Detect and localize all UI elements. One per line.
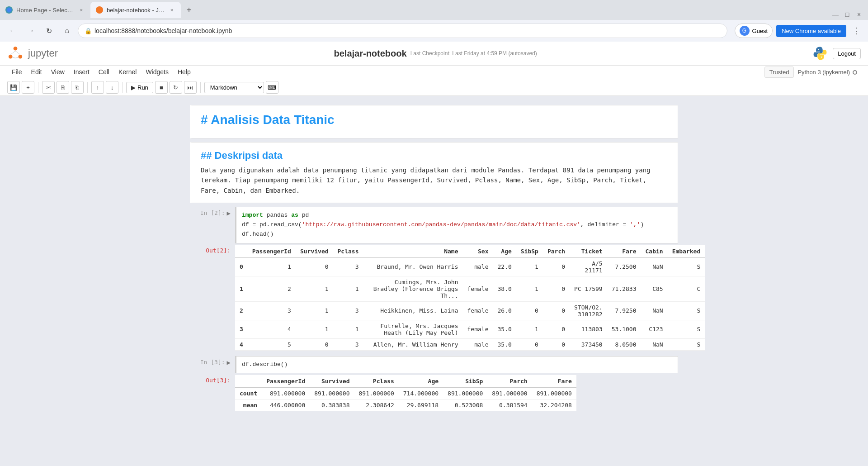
menu-view[interactable]: View [47,67,69,78]
home-button[interactable]: ⌂ [60,24,74,38]
table-cell-pclass: 3 [333,257,363,276]
back-button[interactable]: ← [5,24,20,38]
toolbar: 💾 + ✂ ⎘ ⎗ ↑ ↓ ▶ Run ■ ↻ ⏭ Markdown Code … [0,79,868,96]
tab-jupyter[interactable]: belajar-notebook - Jupyter Not... × [90,2,181,18]
table-cell-age: 38.0 [493,276,516,301]
tab-home[interactable]: Home Page - Select or create a... × [0,2,90,18]
kernel-status-circle [853,70,857,75]
toolbar-separator-1 [38,82,38,93]
checkpoint-text: Last Checkpoint: Last Friday at 4:59 PM … [410,50,537,57]
stop-button[interactable]: ■ [155,81,168,94]
keyboard-shortcuts-button[interactable]: ⌨ [266,81,278,94]
desc-col-header-age: Age [399,375,443,388]
tab-jupyter-close[interactable]: × [168,6,175,14]
cell-container: # Analisis Data Titanic ## Deskripsi dat… [190,105,678,417]
maximize-button[interactable]: □ [842,9,853,20]
kernel-status: Python 3 (ipykernel) [794,67,861,78]
reload-button[interactable]: ↻ [42,24,56,38]
new-chrome-button[interactable]: New Chrome available [776,25,846,37]
move-up-button[interactable]: ↑ [91,81,104,94]
col-header-sex: Sex [463,245,493,258]
table-row: 3411Futrelle, Mrs. Jacques Heath (Lily M… [235,320,705,338]
add-cell-button[interactable]: + [22,81,34,94]
table-cell-survived: 1 [296,301,333,320]
cell-3-run-indicator: ▶ [227,359,231,366]
table-cell-idx: 2 [235,301,248,320]
menu-kernel[interactable]: Kernel [114,67,141,78]
minimize-button[interactable]: — [830,9,841,20]
table-cell-cabin: NaN [641,257,668,276]
table-row: count891.000000891.000000891.000000714.0… [235,388,576,399]
menu-widgets[interactable]: Widgets [141,67,173,78]
table-cell-cabin: C85 [641,276,668,301]
table-cell-fare: 7.9250 [607,301,641,320]
more-options-button[interactable]: ⋮ [850,24,863,37]
tab-bar-left: Home Page - Select or create a... × bela… [0,0,195,20]
desc-table-cell-fare: 32.204208 [532,399,576,411]
table-cell-ticket: 113803 [570,320,607,338]
profile-button[interactable]: G Guest [735,24,773,38]
table-cell-passengerid: 5 [248,338,296,350]
kernel-label: Python 3 (ipykernel) [797,69,850,76]
table-cell-fare: 53.1000 [607,320,641,338]
close-window-button[interactable]: × [854,9,864,20]
col-header-fare: Fare [607,245,641,258]
menu-edit[interactable]: Edit [27,67,47,78]
jupyter-logo-area: jupyter [7,45,58,62]
cell-3-body[interactable]: df.describe() [235,356,678,374]
menu-insert[interactable]: Insert [69,67,94,78]
table-cell-pclass: 3 [333,301,363,320]
table-row: 2313Heikkinen, Miss. Lainafemale26.000ST… [235,301,705,320]
tab-home-close[interactable]: × [78,6,85,14]
col-header-sibsp: SibSp [516,245,543,258]
tab-bar: Home Page - Select or create a... × bela… [0,0,868,20]
tab-home-favicon [5,6,13,14]
notebook-content: # Analisis Data Titanic ## Deskripsi dat… [0,96,868,466]
table-cell-survived: 0 [296,338,333,350]
cell-type-select[interactable]: Markdown Code Raw NBConvert [204,82,264,93]
svg-point-4 [821,57,822,58]
restart-run-button[interactable]: ⏭ [184,81,197,94]
address-bar[interactable]: 🔒 localhost:8888/notebooks/belajar-noteb… [78,24,727,38]
cell-2-body[interactable]: import pandas as pd df = pd.read_csv('ht… [235,207,678,243]
table-cell-parch: 0 [543,257,570,276]
tab-jupyter-label: belajar-notebook - Jupyter Not... [107,7,165,14]
forward-button[interactable]: → [24,24,38,38]
desc-table-cell-age: 29.699118 [399,399,443,411]
cut-cell-button[interactable]: ✂ [42,81,55,94]
logout-button[interactable]: Logout [833,48,861,59]
desc-col-header-pclass: Pclass [354,375,399,388]
menu-cell[interactable]: Cell [94,67,114,78]
restart-button[interactable]: ↻ [170,81,182,94]
menu-help[interactable]: Help [173,67,195,78]
output-3-prompt: Out[3]: [190,375,235,411]
table-cell-parch: 0 [543,276,570,301]
cell-2-code[interactable]: import pandas as pd df = pd.read_csv('ht… [235,207,678,243]
table-row: 0103Braund, Mr. Owen Harrismale22.010A/5… [235,257,705,276]
table-cell-ticket: PC 17599 [570,276,607,301]
cell-3-code[interactable]: df.describe() [235,356,678,374]
col-header-index [235,245,248,258]
menu-file[interactable]: File [7,67,27,78]
table-cell-passengerid: 1 [248,257,296,276]
run-button[interactable]: ▶ Run [126,82,153,93]
address-bar-row: ← → ↻ ⌂ 🔒 localhost:8888/notebooks/belaj… [0,20,868,42]
table-cell-age: 35.0 [493,320,516,338]
move-down-button[interactable]: ↓ [106,81,118,94]
table-cell-age: 22.0 [493,257,516,276]
notebook-name[interactable]: belajar-notebook [334,48,406,59]
save-button[interactable]: 💾 [7,81,20,94]
table-cell-embarked: S [668,338,705,350]
table-cell-parch: 0 [543,338,570,350]
table-cell-name: Allen, Mr. William Henry [363,338,463,350]
desc-table-cell-age: 714.000000 [399,388,443,399]
table-cell-survived: 0 [296,257,333,276]
output-2-body: PassengerId Survived Pclass Name Sex Age… [235,245,705,351]
new-tab-button[interactable]: + [183,4,195,16]
cell-2-prompt-label: In [2]: [200,209,225,216]
copy-cell-button[interactable]: ⎘ [57,81,69,94]
paste-cell-button[interactable]: ⎗ [71,81,84,94]
table-cell-fare: 8.0500 [607,338,641,350]
lock-icon: 🔒 [85,28,92,34]
table-cell-sex: female [463,320,493,338]
